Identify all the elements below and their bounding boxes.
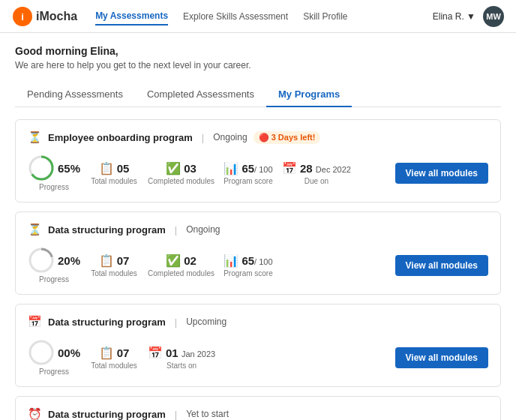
header: i iMocha My Assessments Explore Skills A… bbox=[0, 0, 516, 33]
metric-program-score-1: 📊 65/ 100 Program score bbox=[222, 254, 282, 278]
metric-completed-label-1: Completed modules bbox=[148, 269, 214, 278]
metric-progress-value-2: 00% bbox=[58, 346, 80, 359]
tabs: Pending Assessments Completed Assessment… bbox=[15, 82, 501, 107]
card-header-3: ⏰ Data structuring program | Yet to star… bbox=[28, 407, 488, 420]
card-icon-2: 📅 bbox=[28, 315, 42, 328]
metric-progress-label-1: Progress bbox=[39, 275, 69, 284]
metric-total-value-0: 05 bbox=[117, 162, 130, 175]
nav-explore-skills[interactable]: Explore Skills Assessment bbox=[183, 8, 288, 25]
logo-text: iMocha bbox=[36, 10, 77, 23]
tab-completed-assessments[interactable]: Completed Assessments bbox=[135, 82, 266, 107]
card-icon-1: ⏳ bbox=[28, 223, 42, 236]
program-card-3: ⏰ Data structuring program | Yet to star… bbox=[15, 396, 501, 420]
card-separator-2: | bbox=[175, 316, 177, 328]
metric-progress-2: 00% Progress bbox=[28, 339, 88, 376]
metric-total-label-2: Total modules bbox=[91, 362, 137, 370]
metric-progress-0: 65% Progress bbox=[28, 154, 88, 191]
metric-total-modules-0: 📋 05 Total modules bbox=[88, 161, 148, 185]
progress-circle-1 bbox=[28, 247, 55, 274]
card-title-0: Employee onboarding program bbox=[48, 132, 193, 143]
svg-point-6 bbox=[30, 341, 52, 364]
program-card-1: ⏳ Data structuring program | Ongoing 20%… bbox=[15, 212, 501, 295]
metric-score-label-1: Program score bbox=[224, 269, 273, 278]
card-body-1: 20% Progress 📋 07 Total modules ✅ 02 Com… bbox=[28, 247, 488, 284]
module-icon-2: 📋 bbox=[99, 346, 114, 360]
metric-completed-modules-1: ✅ 02 Completed modules bbox=[148, 254, 222, 278]
date-icon-2: 📅 bbox=[148, 346, 163, 360]
card-status-2: Upcoming bbox=[186, 316, 226, 327]
metric-score-label-0: Program score bbox=[224, 177, 273, 185]
progress-circle-0 bbox=[28, 154, 55, 182]
badge-days-0: 🔴 3 Days left! bbox=[254, 131, 321, 144]
card-header-0: ⏳ Employee onboarding program | Ongoing … bbox=[28, 130, 488, 144]
metric-progress-1: 20% Progress bbox=[28, 247, 88, 284]
greeting-subtitle: We are here to help you get to the next … bbox=[15, 60, 501, 70]
view-all-modules-btn-1[interactable]: View all modules bbox=[395, 255, 488, 276]
card-status-3: Yet to start bbox=[186, 409, 229, 419]
metric-due-label-2: Starts on bbox=[166, 362, 196, 370]
metric-progress-label-0: Progress bbox=[39, 183, 69, 191]
card-title-2: Data structuring program bbox=[48, 316, 166, 328]
progress-circle-2 bbox=[28, 339, 55, 366]
card-title-3: Data structuring program bbox=[48, 409, 166, 420]
metric-total-label-0: Total modules bbox=[91, 177, 137, 185]
card-icon-0: ⏳ bbox=[28, 130, 42, 144]
header-right: Elina R. ▼ MW bbox=[433, 6, 504, 27]
metric-due-date-0: 📅 28 Dec 2022 Due on bbox=[282, 161, 358, 185]
nav-my-assessments[interactable]: My Assessments bbox=[95, 8, 168, 26]
card-header-2: 📅 Data structuring program | Upcoming bbox=[28, 315, 488, 328]
greeting: Good morning Elina, We are here to help … bbox=[15, 45, 501, 70]
score-icon-0: 📊 bbox=[224, 161, 238, 176]
view-all-modules-btn-2[interactable]: View all modules bbox=[395, 347, 488, 368]
date-icon-0: 📅 bbox=[282, 161, 297, 176]
card-icon-3: ⏰ bbox=[28, 407, 42, 420]
score-icon-1: 📊 bbox=[224, 254, 238, 268]
card-body-2: 00% Progress 📋 07 Total modules 📅 01 Jan… bbox=[28, 339, 488, 376]
metric-due-value-2: 01 Jan 2023 bbox=[166, 346, 215, 359]
metric-due-value-0: 28 Dec 2022 bbox=[300, 162, 351, 175]
svg-text:i: i bbox=[21, 11, 24, 22]
metric-total-label-1: Total modules bbox=[91, 269, 137, 278]
greeting-title: Good morning Elina, bbox=[15, 45, 501, 57]
metric-progress-label-2: Progress bbox=[39, 368, 69, 376]
metric-completed-value-1: 02 bbox=[184, 254, 196, 267]
view-all-modules-btn-0[interactable]: View all modules bbox=[395, 163, 488, 184]
metric-total-value-1: 07 bbox=[117, 254, 130, 267]
completed-icon-1: ✅ bbox=[166, 254, 181, 268]
metric-due-date-2: 📅 01 Jan 2023 Starts on bbox=[148, 346, 223, 370]
metric-total-value-2: 07 bbox=[117, 346, 130, 359]
metric-score-value-0: 65/ 100 bbox=[242, 162, 272, 175]
program-card-0: ⏳ Employee onboarding program | Ongoing … bbox=[15, 119, 501, 202]
metric-completed-label-0: Completed modules bbox=[148, 177, 214, 185]
metric-completed-modules-0: ✅ 03 Completed modules bbox=[148, 161, 222, 185]
metric-score-value-1: 65/ 100 bbox=[242, 254, 272, 267]
tab-pending-assessments[interactable]: Pending Assessments bbox=[15, 82, 135, 107]
logo: i iMocha bbox=[12, 6, 77, 27]
main-content: Good morning Elina, We are here to help … bbox=[0, 33, 516, 420]
metric-total-modules-1: 📋 07 Total modules bbox=[88, 254, 148, 278]
program-cards: ⏳ Employee onboarding program | Ongoing … bbox=[15, 119, 501, 420]
user-name[interactable]: Elina R. ▼ bbox=[433, 11, 476, 22]
metric-due-label-0: Due on bbox=[304, 177, 328, 185]
metric-progress-value-1: 20% bbox=[58, 254, 80, 267]
card-title-1: Data structuring program bbox=[48, 224, 166, 236]
module-icon-1: 📋 bbox=[99, 254, 114, 268]
card-separator-1: | bbox=[175, 224, 177, 236]
card-separator-0: | bbox=[202, 132, 204, 143]
logo-icon: i bbox=[12, 6, 33, 27]
metric-total-modules-2: 📋 07 Total modules bbox=[88, 346, 148, 370]
card-header-1: ⏳ Data structuring program | Ongoing bbox=[28, 223, 488, 236]
metric-program-score-0: 📊 65/ 100 Program score bbox=[222, 161, 282, 185]
tab-my-programs[interactable]: My Programs bbox=[266, 82, 352, 107]
nav-links: My Assessments Explore Skills Assessment… bbox=[95, 8, 433, 26]
completed-icon-0: ✅ bbox=[166, 161, 181, 176]
card-body-0: 65% Progress 📋 05 Total modules ✅ 03 Com… bbox=[28, 154, 488, 191]
card-status-1: Ongoing bbox=[186, 224, 220, 235]
metric-completed-value-0: 03 bbox=[184, 162, 196, 175]
nav-skill-profile[interactable]: Skill Profile bbox=[303, 8, 347, 25]
card-status-0: Ongoing bbox=[213, 132, 247, 142]
metric-progress-value-0: 65% bbox=[58, 162, 80, 175]
card-separator-3: | bbox=[175, 409, 177, 420]
program-card-2: 📅 Data structuring program | Upcoming 00… bbox=[15, 304, 501, 387]
module-icon-0: 📋 bbox=[99, 161, 114, 176]
